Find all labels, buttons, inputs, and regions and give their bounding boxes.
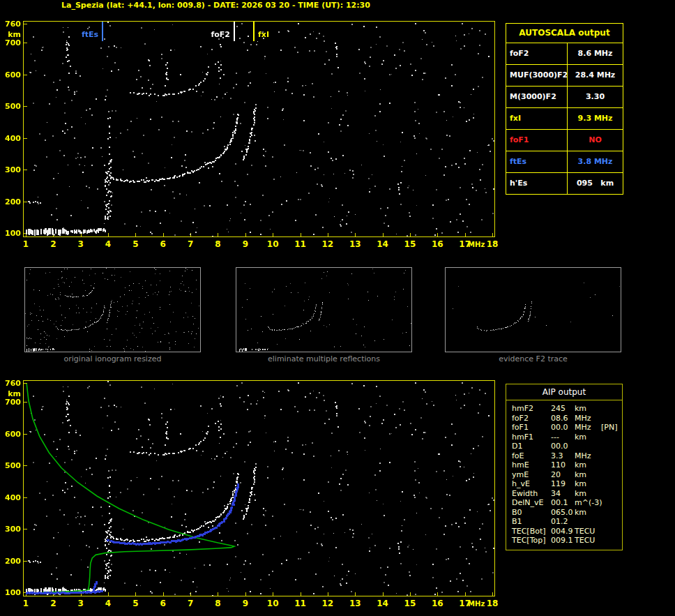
- x-tick-label: 1: [23, 599, 29, 608]
- x-tick-label: 10: [267, 239, 279, 249]
- autoscala-row-value: 3.8 MHz: [568, 151, 623, 172]
- aip-value: 110: [551, 460, 575, 470]
- aip-unit: km: [575, 479, 601, 489]
- aip-note: [601, 498, 622, 508]
- aip-value: 00.0: [551, 442, 575, 451]
- x-tick-label: 11: [294, 599, 306, 608]
- thumbnail-original-ionogram: [24, 267, 201, 352]
- aip-row-b1: B101.2: [506, 517, 622, 527]
- x-tick-label: 6: [160, 599, 166, 608]
- aip-note: [601, 404, 622, 414]
- x-tick-label: 1: [23, 239, 29, 249]
- aip-value: 119: [551, 479, 575, 489]
- y-tick-label: 100: [1, 229, 21, 238]
- aip-row-foe: foE3.3MHz: [506, 451, 622, 461]
- y-tick-label: 300: [1, 525, 21, 534]
- aip-name: foF1: [512, 423, 551, 433]
- x-tick-label: 16: [432, 239, 443, 249]
- autoscala-row-label: ftEs: [506, 151, 568, 172]
- autoscala-row-fxi: fxI9.3 MHz: [506, 108, 623, 130]
- autoscala-row-value: 28.4 MHz: [568, 65, 623, 86]
- aip-unit: km: [575, 508, 601, 518]
- aip-row-b0: B0065.0km: [506, 508, 622, 518]
- autoscala-row-value: 9.3 MHz: [568, 108, 623, 129]
- x-tick-label: 5: [132, 239, 138, 249]
- aip-note: [601, 414, 622, 423]
- aip-name: ymE: [512, 470, 551, 480]
- aip-name: Ewidth: [512, 489, 551, 499]
- thumbnail-eliminate-caption: eliminate multiple reflections: [236, 354, 412, 363]
- aip-note: [601, 508, 622, 518]
- aip-row-d1: D100.0: [506, 442, 622, 451]
- aip-row-hve: h_vE119km: [506, 479, 622, 489]
- x-tick-label: 3: [78, 599, 84, 608]
- aip-unit: TECU: [575, 536, 601, 546]
- x-tick-label: 8: [215, 239, 220, 249]
- x-tick-label: 15: [404, 599, 416, 608]
- x-tick-label: 12: [322, 239, 334, 249]
- profile-plot: [23, 380, 495, 596]
- aip-row-tecbot: TEC[Bot]004.9TECU: [506, 527, 622, 536]
- x-tick-label: 14: [377, 599, 388, 608]
- aip-unit: [575, 517, 601, 527]
- aip-value: 065.0: [551, 508, 575, 518]
- x-tick-label: 9: [243, 599, 248, 608]
- autoscala-row-label: foF2: [506, 43, 568, 64]
- aip-note: [601, 489, 622, 499]
- x-tick-label: 3: [78, 239, 84, 249]
- y-tick-label: 760: [1, 20, 21, 29]
- x-tick-label: 18: [487, 239, 499, 249]
- autoscala-row-label: h'Es: [506, 173, 568, 194]
- y-tick-label: 100: [1, 588, 21, 597]
- y-tick-label: 600: [1, 70, 21, 80]
- aip-value: 08.6: [551, 414, 575, 423]
- ionogram-canvas: [24, 22, 494, 236]
- autoscala-row-value: NO: [568, 130, 623, 151]
- y-axis-unit: km: [1, 30, 21, 39]
- aip-unit: km: [575, 433, 601, 442]
- aip-value: 34: [551, 489, 575, 499]
- x-tick-label: 2: [50, 599, 56, 608]
- marker-label-fxi: fxI: [258, 30, 269, 39]
- profile-canvas: [24, 381, 494, 596]
- autoscala-row-value: 8.6 MHz: [568, 43, 623, 64]
- aip-unit: MHz: [575, 451, 601, 461]
- aip-row-fof1: foF100.0MHz[PN]: [506, 423, 622, 433]
- x-tick-label: 14: [377, 239, 388, 249]
- aip-row-delnve: DelN_vE00.1m^(-3): [506, 498, 622, 508]
- aip-row-hme: hmE110km: [506, 460, 622, 470]
- x-tick-label: 12: [322, 599, 334, 608]
- x-axis-unit: MHz: [468, 241, 485, 248]
- aip-unit: MHz: [575, 423, 601, 433]
- aip-unit: TECU: [575, 527, 601, 536]
- aip-name: DelN_vE: [512, 498, 551, 508]
- aip-note: [601, 479, 622, 489]
- aip-row-yme: ymE20km: [506, 470, 622, 480]
- aip-row-hmf2: hmF2245km: [506, 404, 622, 414]
- y-tick-label: 400: [1, 493, 21, 502]
- header-title: La_Spezia (lat: +44.1, lon: 009.8) - DAT…: [61, 1, 370, 10]
- thumbnail-eliminate-multiples: [236, 267, 412, 352]
- y-tick-label: 500: [1, 102, 21, 111]
- marker-label-ftes: ftEs: [70, 30, 98, 39]
- x-tick-label: 16: [432, 599, 443, 608]
- x-tick-label: 4: [105, 599, 111, 608]
- aip-name: TEC[Top]: [512, 536, 551, 546]
- x-tick-label: 13: [349, 239, 361, 249]
- aip-unit: m^(-3): [575, 498, 601, 508]
- aip-value: 245: [551, 404, 575, 414]
- autoscala-row-fof1: foF1NO: [506, 130, 623, 151]
- autoscala-row-value: 3.30: [568, 87, 623, 107]
- aip-title: AIP output: [506, 384, 622, 400]
- y-tick-label: 400: [1, 134, 21, 143]
- x-tick-label: 5: [132, 599, 138, 608]
- aip-table: AIP output hmF2245kmfoF208.6MHzfoF100.0M…: [506, 384, 623, 550]
- aip-row-tectop: TEC[Top]009.1TECU: [506, 536, 622, 546]
- aip-note: [PN]: [601, 423, 622, 433]
- x-tick-label: 11: [294, 239, 306, 249]
- thumbnail-eliminate-canvas: [236, 268, 411, 352]
- autoscala-screen: La_Spezia (lat: +44.1, lon: 009.8) - DAT…: [0, 0, 675, 616]
- x-tick-label: 7: [188, 239, 193, 249]
- aip-note: [601, 433, 622, 442]
- aip-value: 01.2: [551, 517, 575, 527]
